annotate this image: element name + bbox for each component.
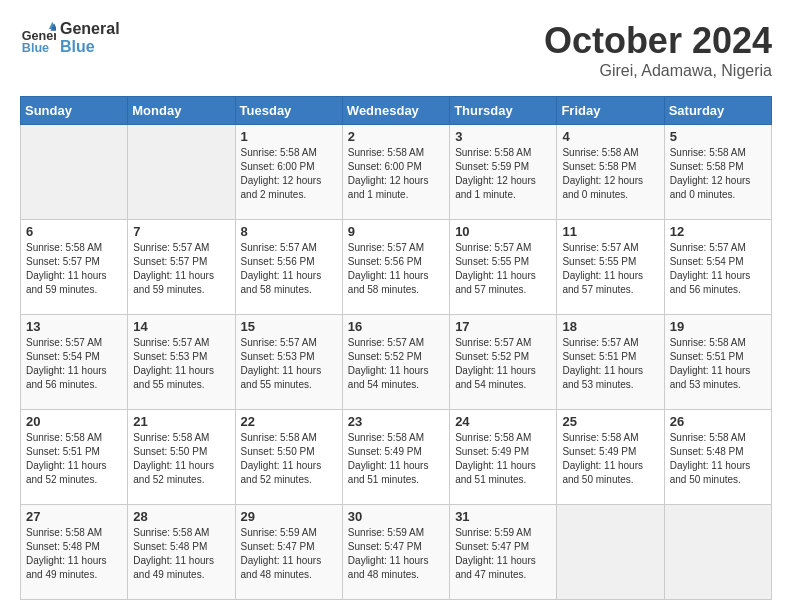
- day-number: 10: [455, 224, 551, 239]
- day-info: Sunrise: 5:57 AM Sunset: 5:54 PM Dayligh…: [670, 241, 766, 297]
- calendar-cell: [21, 125, 128, 220]
- day-number: 25: [562, 414, 658, 429]
- calendar-cell: 2Sunrise: 5:58 AM Sunset: 6:00 PM Daylig…: [342, 125, 449, 220]
- logo-general: General: [60, 20, 120, 38]
- calendar-cell: 12Sunrise: 5:57 AM Sunset: 5:54 PM Dayli…: [664, 220, 771, 315]
- day-info: Sunrise: 5:58 AM Sunset: 5:49 PM Dayligh…: [455, 431, 551, 487]
- day-number: 23: [348, 414, 444, 429]
- day-info: Sunrise: 5:57 AM Sunset: 5:51 PM Dayligh…: [562, 336, 658, 392]
- day-info: Sunrise: 5:58 AM Sunset: 5:59 PM Dayligh…: [455, 146, 551, 202]
- weekday-header-monday: Monday: [128, 97, 235, 125]
- weekday-header-sunday: Sunday: [21, 97, 128, 125]
- day-number: 29: [241, 509, 337, 524]
- day-number: 14: [133, 319, 229, 334]
- day-info: Sunrise: 5:59 AM Sunset: 5:47 PM Dayligh…: [241, 526, 337, 582]
- calendar-cell: 1Sunrise: 5:58 AM Sunset: 6:00 PM Daylig…: [235, 125, 342, 220]
- day-number: 30: [348, 509, 444, 524]
- weekday-header-friday: Friday: [557, 97, 664, 125]
- calendar-cell: 3Sunrise: 5:58 AM Sunset: 5:59 PM Daylig…: [450, 125, 557, 220]
- month-title: October 2024: [544, 20, 772, 62]
- calendar-cell: 13Sunrise: 5:57 AM Sunset: 5:54 PM Dayli…: [21, 315, 128, 410]
- calendar-cell: 16Sunrise: 5:57 AM Sunset: 5:52 PM Dayli…: [342, 315, 449, 410]
- calendar-cell: 5Sunrise: 5:58 AM Sunset: 5:58 PM Daylig…: [664, 125, 771, 220]
- day-number: 9: [348, 224, 444, 239]
- day-info: Sunrise: 5:58 AM Sunset: 6:00 PM Dayligh…: [241, 146, 337, 202]
- calendar-cell: 7Sunrise: 5:57 AM Sunset: 5:57 PM Daylig…: [128, 220, 235, 315]
- day-info: Sunrise: 5:58 AM Sunset: 5:48 PM Dayligh…: [670, 431, 766, 487]
- page-header: General Blue General Blue October 2024 G…: [20, 20, 772, 80]
- weekday-header-thursday: Thursday: [450, 97, 557, 125]
- day-number: 21: [133, 414, 229, 429]
- weekday-header-saturday: Saturday: [664, 97, 771, 125]
- logo-blue: Blue: [60, 38, 120, 56]
- day-number: 16: [348, 319, 444, 334]
- day-info: Sunrise: 5:58 AM Sunset: 5:51 PM Dayligh…: [26, 431, 122, 487]
- day-info: Sunrise: 5:59 AM Sunset: 5:47 PM Dayligh…: [455, 526, 551, 582]
- calendar-cell: 27Sunrise: 5:58 AM Sunset: 5:48 PM Dayli…: [21, 505, 128, 600]
- day-number: 7: [133, 224, 229, 239]
- day-number: 26: [670, 414, 766, 429]
- logo-icon: General Blue: [20, 20, 56, 56]
- calendar-cell: 21Sunrise: 5:58 AM Sunset: 5:50 PM Dayli…: [128, 410, 235, 505]
- calendar-cell: 4Sunrise: 5:58 AM Sunset: 5:58 PM Daylig…: [557, 125, 664, 220]
- day-info: Sunrise: 5:57 AM Sunset: 5:55 PM Dayligh…: [562, 241, 658, 297]
- day-info: Sunrise: 5:58 AM Sunset: 5:49 PM Dayligh…: [348, 431, 444, 487]
- calendar-cell: 20Sunrise: 5:58 AM Sunset: 5:51 PM Dayli…: [21, 410, 128, 505]
- day-info: Sunrise: 5:57 AM Sunset: 5:53 PM Dayligh…: [241, 336, 337, 392]
- title-block: October 2024 Girei, Adamawa, Nigeria: [544, 20, 772, 80]
- calendar-cell: 14Sunrise: 5:57 AM Sunset: 5:53 PM Dayli…: [128, 315, 235, 410]
- day-info: Sunrise: 5:58 AM Sunset: 5:51 PM Dayligh…: [670, 336, 766, 392]
- day-info: Sunrise: 5:57 AM Sunset: 5:56 PM Dayligh…: [241, 241, 337, 297]
- day-info: Sunrise: 5:59 AM Sunset: 5:47 PM Dayligh…: [348, 526, 444, 582]
- svg-text:Blue: Blue: [22, 41, 49, 55]
- day-info: Sunrise: 5:58 AM Sunset: 5:58 PM Dayligh…: [562, 146, 658, 202]
- calendar-week-5: 27Sunrise: 5:58 AM Sunset: 5:48 PM Dayli…: [21, 505, 772, 600]
- calendar-cell: 17Sunrise: 5:57 AM Sunset: 5:52 PM Dayli…: [450, 315, 557, 410]
- day-info: Sunrise: 5:57 AM Sunset: 5:52 PM Dayligh…: [455, 336, 551, 392]
- calendar-cell: 10Sunrise: 5:57 AM Sunset: 5:55 PM Dayli…: [450, 220, 557, 315]
- day-info: Sunrise: 5:57 AM Sunset: 5:53 PM Dayligh…: [133, 336, 229, 392]
- calendar-week-1: 1Sunrise: 5:58 AM Sunset: 6:00 PM Daylig…: [21, 125, 772, 220]
- weekday-header-tuesday: Tuesday: [235, 97, 342, 125]
- day-info: Sunrise: 5:58 AM Sunset: 5:48 PM Dayligh…: [26, 526, 122, 582]
- calendar-cell: 26Sunrise: 5:58 AM Sunset: 5:48 PM Dayli…: [664, 410, 771, 505]
- day-info: Sunrise: 5:57 AM Sunset: 5:54 PM Dayligh…: [26, 336, 122, 392]
- day-number: 27: [26, 509, 122, 524]
- day-number: 6: [26, 224, 122, 239]
- calendar-cell: 30Sunrise: 5:59 AM Sunset: 5:47 PM Dayli…: [342, 505, 449, 600]
- calendar-cell: 11Sunrise: 5:57 AM Sunset: 5:55 PM Dayli…: [557, 220, 664, 315]
- calendar-week-4: 20Sunrise: 5:58 AM Sunset: 5:51 PM Dayli…: [21, 410, 772, 505]
- calendar-cell: 23Sunrise: 5:58 AM Sunset: 5:49 PM Dayli…: [342, 410, 449, 505]
- day-info: Sunrise: 5:58 AM Sunset: 5:58 PM Dayligh…: [670, 146, 766, 202]
- calendar-cell: 6Sunrise: 5:58 AM Sunset: 5:57 PM Daylig…: [21, 220, 128, 315]
- calendar-week-3: 13Sunrise: 5:57 AM Sunset: 5:54 PM Dayli…: [21, 315, 772, 410]
- calendar-cell: 22Sunrise: 5:58 AM Sunset: 5:50 PM Dayli…: [235, 410, 342, 505]
- day-number: 2: [348, 129, 444, 144]
- day-number: 18: [562, 319, 658, 334]
- calendar-cell: 29Sunrise: 5:59 AM Sunset: 5:47 PM Dayli…: [235, 505, 342, 600]
- day-number: 19: [670, 319, 766, 334]
- weekday-header-wednesday: Wednesday: [342, 97, 449, 125]
- location-subtitle: Girei, Adamawa, Nigeria: [544, 62, 772, 80]
- day-info: Sunrise: 5:57 AM Sunset: 5:52 PM Dayligh…: [348, 336, 444, 392]
- day-info: Sunrise: 5:58 AM Sunset: 5:49 PM Dayligh…: [562, 431, 658, 487]
- calendar-cell: 15Sunrise: 5:57 AM Sunset: 5:53 PM Dayli…: [235, 315, 342, 410]
- calendar-body: 1Sunrise: 5:58 AM Sunset: 6:00 PM Daylig…: [21, 125, 772, 600]
- day-number: 11: [562, 224, 658, 239]
- day-number: 5: [670, 129, 766, 144]
- day-info: Sunrise: 5:58 AM Sunset: 5:50 PM Dayligh…: [133, 431, 229, 487]
- day-number: 22: [241, 414, 337, 429]
- day-number: 15: [241, 319, 337, 334]
- day-number: 20: [26, 414, 122, 429]
- calendar-cell: 25Sunrise: 5:58 AM Sunset: 5:49 PM Dayli…: [557, 410, 664, 505]
- day-info: Sunrise: 5:58 AM Sunset: 5:57 PM Dayligh…: [26, 241, 122, 297]
- day-info: Sunrise: 5:58 AM Sunset: 5:50 PM Dayligh…: [241, 431, 337, 487]
- calendar-cell: [664, 505, 771, 600]
- calendar-cell: 24Sunrise: 5:58 AM Sunset: 5:49 PM Dayli…: [450, 410, 557, 505]
- calendar-cell: [128, 125, 235, 220]
- day-number: 1: [241, 129, 337, 144]
- calendar-cell: 28Sunrise: 5:58 AM Sunset: 5:48 PM Dayli…: [128, 505, 235, 600]
- logo: General Blue General Blue: [20, 20, 120, 56]
- day-number: 3: [455, 129, 551, 144]
- day-info: Sunrise: 5:58 AM Sunset: 5:48 PM Dayligh…: [133, 526, 229, 582]
